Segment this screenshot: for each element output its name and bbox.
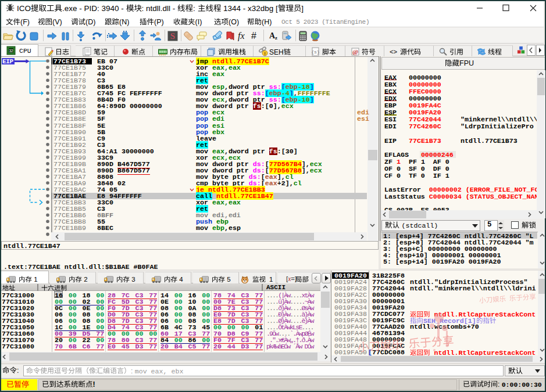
svg-text:S: S <box>170 31 175 41</box>
svg-text:#: # <box>251 31 256 41</box>
svg-text:@: @ <box>352 48 358 55</box>
svg-text:32: 32 <box>9 49 13 53</box>
svg-text:z: z <box>275 35 277 41</box>
svg-text:!: ! <box>264 51 266 56</box>
svg-text:<>: <> <box>390 49 398 56</box>
svg-text:fx: fx <box>238 31 245 41</box>
svg-text:{s}: {s} <box>311 49 319 55</box>
